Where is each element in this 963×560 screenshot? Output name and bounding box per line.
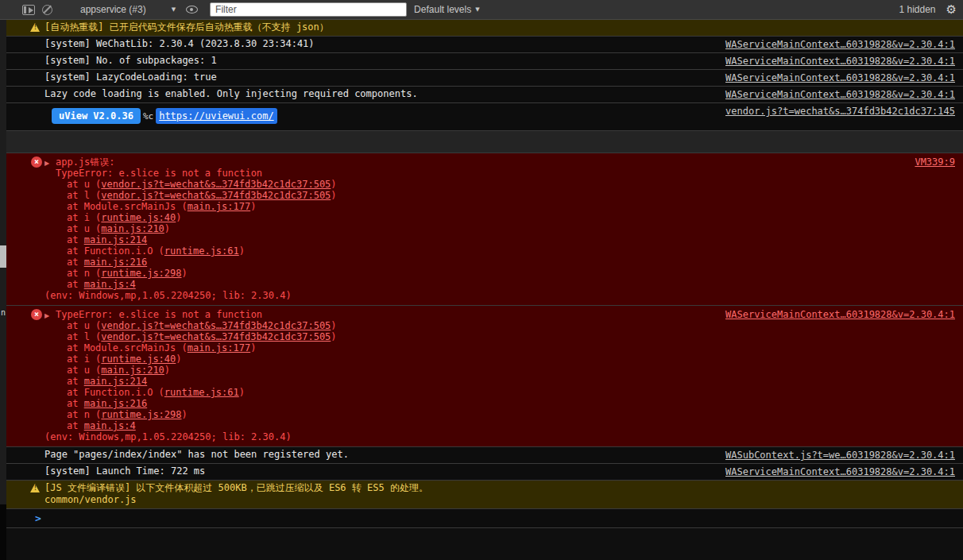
stack-frame-text: at Function.i.O ( <box>67 387 164 398</box>
error-header: ▶app.js错误: <box>44 156 957 168</box>
stack-frame-link[interactable]: runtime.js:298 <box>101 268 181 279</box>
stack-frame-link[interactable]: main.js:210 <box>101 365 164 376</box>
stack-frame-text: at <box>67 234 84 245</box>
warning-detail-text: common/vendor.js <box>44 494 957 506</box>
console-sidebar-toggle-icon[interactable] <box>22 5 35 15</box>
expand-triangle-icon[interactable]: ▶ <box>44 311 49 322</box>
console-empty-area <box>6 528 963 560</box>
stack-frame-text: at <box>67 398 84 409</box>
source-location-link[interactable]: WAServiceMainContext…60319828&v=2.30.4:1 <box>725 309 955 320</box>
source-location-link[interactable]: WAServiceMainContext…60319828&v=2.30.4:1 <box>725 72 955 84</box>
hidden-messages-count: 1 hidden <box>899 4 936 15</box>
stack-frame-text: ) <box>182 409 188 420</box>
console-message-log: [system] LazyCodeLoading: trueWAServiceM… <box>6 70 963 87</box>
stack-frame-link[interactable]: main.js:4 <box>84 420 136 431</box>
filter-input[interactable] <box>210 2 407 17</box>
source-location-link[interactable]: WAServiceMainContext…60319828&v=2.30.4:1 <box>725 56 955 68</box>
stack-frame-text: at u ( <box>67 179 101 190</box>
stack-frame-link[interactable]: runtime.js:61 <box>164 245 239 257</box>
console-content: n ![自动热重载] 已开启代码文件保存后自动热重载（不支持 json）[sys… <box>0 20 963 560</box>
stack-frame-link[interactable]: vendor.js?t=wechat&s…374fd3b42c1dc37:505 <box>101 190 331 201</box>
stack-frame-text: ) <box>239 387 245 398</box>
stack-frame-link[interactable]: main.js:214 <box>84 376 147 387</box>
expand-triangle-icon[interactable]: ▶ <box>44 158 49 169</box>
stack-frame-link[interactable]: runtime.js:61 <box>164 387 239 398</box>
stack-frame-text: at u ( <box>67 223 101 234</box>
log-text: Page "pages/index/index" has not been re… <box>44 449 349 460</box>
stack-frame: at Module.srcMainJs (main.js:177) <box>44 201 957 212</box>
stack-frame-text: ) <box>176 212 181 223</box>
stack-frame-link[interactable]: main.js:210 <box>101 223 164 234</box>
console-gap <box>6 131 963 153</box>
stack-frame: at l (vendor.js?t=wechat&s…374fd3b42c1dc… <box>44 331 957 342</box>
console-message-log: Page "pages/index/index" has not been re… <box>6 447 963 464</box>
stack-frame-text: ) <box>239 245 245 257</box>
log-levels-label: Default levels <box>414 4 471 15</box>
source-location-link[interactable]: WAServiceMainContext…60319828&v=2.30.4:1 <box>725 466 955 478</box>
log-text: [system] LazyCodeLoading: true <box>44 71 217 83</box>
console-message-log: Lazy code loading is enabled. Only injec… <box>6 87 963 103</box>
error-icon: × <box>31 309 42 320</box>
stack-frame-link[interactable]: main.js:4 <box>84 279 136 290</box>
console-messages-list: ![自动热重载] 已开启代码文件保存后自动热重载（不支持 json）[syste… <box>6 20 963 509</box>
stack-frame: at main.js:216 <box>44 398 957 409</box>
stack-frame-text: at <box>67 376 84 387</box>
stack-frame-text: ) <box>331 190 336 201</box>
console-message-log: [system] WeChatLib: 2.30.4 (2023.8.30 23… <box>6 37 963 53</box>
console-message-log: [system] Launch Time: 722 msWAServiceMai… <box>6 464 963 481</box>
warning-icon: ! <box>30 484 40 492</box>
scrollbar-thumb[interactable] <box>0 245 6 268</box>
stack-frame-link[interactable]: vendor.js?t=wechat&s…374fd3b42c1dc37:505 <box>101 320 331 331</box>
stack-frame-text: ) <box>331 179 336 190</box>
stack-frame-text: ) <box>164 365 170 376</box>
settings-gear-icon[interactable]: ⚙ <box>946 4 957 16</box>
stack-frame: at main.js:214 <box>44 234 957 245</box>
stack-frame: at main.js:216 <box>44 257 957 268</box>
format-specifier-text: %c <box>143 111 153 122</box>
error-header-text: app.js错误: <box>56 156 115 168</box>
warning-text: [JS 文件编译错误] 以下文件体积超过 500KB，已跳过压缩以及 ES6 转… <box>44 482 957 494</box>
console-message-badge: uView V2.0.36%chttps://uviewui.com/vendo… <box>6 103 963 131</box>
left-edge-strip: n <box>0 20 6 560</box>
stack-frame-link[interactable]: main.js:216 <box>84 398 147 409</box>
clear-console-icon[interactable] <box>42 5 52 15</box>
stack-frame: at i (runtime.js:40) <box>44 353 957 365</box>
stack-frame-link[interactable]: runtime.js:40 <box>101 212 176 223</box>
stack-frame: at main.js:4 <box>44 420 957 431</box>
uview-site-link[interactable]: https://uviewui.com/ <box>156 108 277 124</box>
log-levels-dropdown[interactable]: Default levels ▼ <box>414 4 479 15</box>
source-location-link[interactable]: WAServiceMainContext…60319828&v=2.30.4:1 <box>725 39 955 51</box>
devtools-console-panel: { "icons": { "settings_gear": "⚙", "drop… <box>0 0 963 560</box>
live-expression-eye-icon[interactable] <box>186 6 198 14</box>
stack-frame-link[interactable]: vendor.js?t=wechat&s…374fd3b42c1dc37:505 <box>101 179 331 190</box>
source-location-link[interactable]: WASubContext.js?t=we…60319828&v=2.30.4:1 <box>725 450 955 462</box>
stack-frame: at i (runtime.js:40) <box>44 212 957 223</box>
log-text: [system] WeChatLib: 2.30.4 (2023.8.30 23… <box>44 38 315 49</box>
stack-frame-link[interactable]: vendor.js?t=wechat&s…374fd3b42c1dc37:505 <box>101 331 331 342</box>
source-location-link[interactable]: vendor.js?t=wechat&s…374fd3b42c1dc37:145 <box>725 106 955 118</box>
stack-frame-text: at i ( <box>67 212 101 223</box>
stack-frame-text: ) <box>164 223 170 234</box>
execution-context-selector[interactable]: appservice (#3) ▼ <box>80 4 176 15</box>
stack-frame: at Module.srcMainJs (main.js:177) <box>44 342 957 353</box>
console-input[interactable]: > <box>6 509 963 528</box>
log-text: Lazy code loading is enabled. Only injec… <box>44 88 418 99</box>
error-env-text: (env: Windows,mp,1.05.2204250; lib: 2.30… <box>44 290 957 301</box>
console-message-error: ×▶TypeError: e.slice is not a functionat… <box>6 306 963 447</box>
stack-frame-link[interactable]: main.js:214 <box>84 234 147 245</box>
stack-frame-link[interactable]: main.js:177 <box>188 342 250 353</box>
stack-frame-text: ) <box>250 201 256 212</box>
console-message-error: ×▶app.js错误:TypeError: e.slice is not a f… <box>6 153 963 306</box>
stack-frame-link[interactable]: main.js:216 <box>84 257 147 268</box>
stack-frame-link[interactable]: runtime.js:40 <box>101 353 176 365</box>
stack-frame-text: at l ( <box>67 331 101 342</box>
stack-frame-link[interactable]: runtime.js:298 <box>101 409 181 420</box>
source-location-link[interactable]: WAServiceMainContext…60319828&v=2.30.4:1 <box>725 89 955 101</box>
stack-frame-link[interactable]: main.js:177 <box>188 201 250 212</box>
uview-version-badge: uView V2.0.36 <box>52 108 141 124</box>
stack-frame: at Function.i.O (runtime.js:61) <box>44 387 957 398</box>
stack-frame-text: at <box>67 420 84 431</box>
stack-frame: at main.js:214 <box>44 376 957 387</box>
stack-frame: at u (main.js:210) <box>44 223 957 234</box>
source-location-link[interactable]: VM339:9 <box>915 156 955 168</box>
